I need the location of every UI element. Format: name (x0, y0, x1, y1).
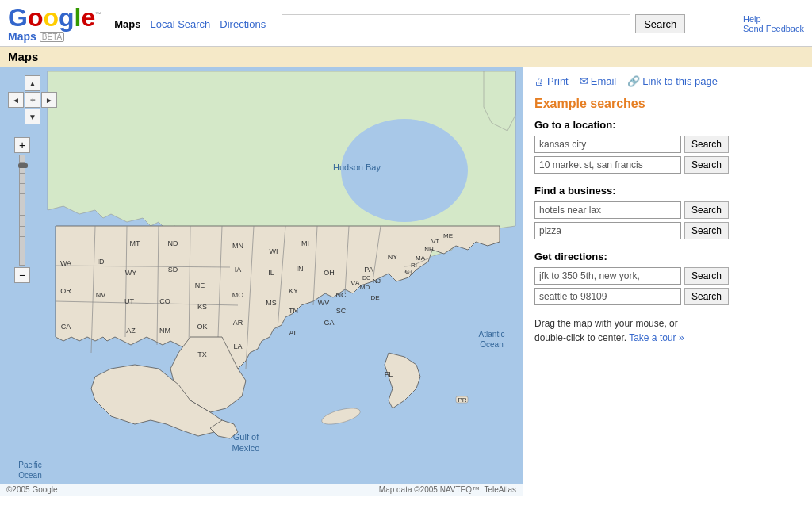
state-co: CO (159, 297, 170, 305)
directions-input-1[interactable] (534, 267, 681, 285)
map-area[interactable]: ▲ ◄ ✛ ► ▼ + (0, 67, 523, 496)
state-dc: DC (362, 275, 370, 281)
business-input-2[interactable] (534, 222, 681, 239)
goto-location-section: Go to a location: Search Search (534, 119, 801, 174)
gulf-label: Gulf of (233, 432, 259, 442)
search-input[interactable] (282, 14, 630, 33)
state-pa: PA (364, 266, 373, 274)
state-tx: TX (197, 350, 207, 358)
logo-g2: g (59, 3, 75, 32)
page-title-bar: Maps (0, 47, 812, 67)
state-ks: KS (197, 303, 207, 311)
nav-maps[interactable]: Maps (114, 18, 140, 30)
zoom-tick (20, 173, 25, 174)
directions-search-btn-1[interactable]: Search (684, 267, 729, 285)
state-me: ME (443, 232, 453, 239)
business-row-1: Search (534, 201, 801, 219)
zoom-out-button[interactable]: − (14, 267, 30, 283)
state-va: VA (350, 279, 359, 287)
map-svg[interactable]: Gulf of Mexico WA OR CA ID NV MT WY UT A… (0, 67, 523, 496)
state-tn: TN (289, 307, 298, 315)
state-ca: CA (61, 323, 71, 331)
business-search-btn-2[interactable]: Search (684, 222, 729, 239)
state-nh: NH (424, 246, 434, 253)
state-nv: NV (96, 291, 106, 299)
atlantic-label: Atlantic (479, 330, 505, 339)
map-center-button[interactable]: ✛ (25, 92, 40, 108)
logo-maps-text: Maps (8, 30, 36, 43)
drag-tip: Drag the map with your mouse, ordouble-c… (534, 316, 801, 345)
state-de: DE (370, 294, 379, 301)
svg-point-6 (428, 256, 441, 264)
zoom-tick (20, 183, 25, 184)
business-search-btn-1[interactable]: Search (684, 201, 729, 219)
state-ny: NY (388, 253, 398, 261)
atlantic-label2: Ocean (480, 340, 503, 349)
help-link[interactable]: Help (743, 14, 761, 24)
state-ut: UT (124, 297, 134, 305)
pacific-label2: Ocean (18, 471, 41, 480)
goto-input-1[interactable] (534, 136, 681, 153)
get-directions-title: Get directions: (534, 251, 801, 262)
zoom-tick (20, 247, 25, 247)
state-wy: WY (125, 269, 137, 277)
state-oh: OH (324, 269, 335, 277)
state-fl: FL (385, 370, 393, 378)
state-ky: KY (289, 287, 298, 295)
google-logo: Google™ (8, 5, 102, 30)
state-al: AL (289, 329, 297, 337)
map-down-button[interactable]: ▼ (25, 109, 40, 124)
link-to-page-link[interactable]: 🔗 Link to this page (627, 75, 718, 87)
find-business-section: Find a business: Search Search (534, 185, 801, 239)
business-input-1[interactable] (534, 201, 681, 219)
zoom-track[interactable] (19, 155, 25, 266)
zoom-tick (20, 193, 25, 194)
state-ne: NE (195, 281, 205, 289)
feedback-link[interactable]: Send Feedback (743, 24, 804, 33)
nav-local-search[interactable]: Local Search (150, 18, 210, 30)
state-in: IN (297, 265, 304, 273)
right-panel: 🖨 Print ✉ Email 🔗 Link to this page Exam… (523, 67, 812, 496)
state-wv: WV (318, 299, 330, 307)
zoom-handle[interactable] (18, 163, 28, 168)
nav-directions[interactable]: Directions (220, 18, 266, 30)
zoom-in-button[interactable]: + (14, 137, 30, 153)
zoom-tick (20, 205, 25, 205)
directions-row-2: Search (534, 288, 801, 305)
map-footer: ©2005 Google Map data ©2005 NAVTEQ™, Tel… (0, 484, 523, 496)
goto-search-btn-2[interactable]: Search (684, 156, 729, 174)
directions-search-btn-2[interactable]: Search (684, 288, 729, 305)
map-up-button[interactable]: ▲ (25, 75, 40, 91)
map-copyright: ©2005 Google (6, 485, 58, 494)
action-links: 🖨 Print ✉ Email 🔗 Link to this page (534, 75, 801, 87)
print-link[interactable]: 🖨 Print (534, 75, 569, 87)
map-down-row: ▼ (25, 109, 40, 124)
business-row-2: Search (534, 222, 801, 239)
state-ms: MS (266, 299, 277, 307)
search-button[interactable]: Search (635, 14, 685, 33)
email-link[interactable]: ✉ Email (580, 75, 617, 87)
take-tour-link[interactable]: Take a tour » (629, 332, 684, 343)
directions-input-2[interactable] (534, 288, 681, 305)
goto-location-title: Go to a location: (534, 119, 801, 131)
printer-icon: 🖨 (534, 75, 545, 87)
goto-row-2: Search (534, 156, 801, 174)
state-nd: ND (168, 239, 178, 247)
state-mo: MO (232, 291, 244, 299)
map-mid-row: ◄ ✛ ► (8, 92, 57, 108)
goto-input-2[interactable] (534, 156, 681, 174)
goto-row-1: Search (534, 136, 801, 153)
goto-search-btn-1[interactable]: Search (684, 136, 729, 153)
state-wi: WI (270, 247, 278, 255)
zoom-slider: + − (14, 137, 30, 283)
state-id: ID (98, 258, 105, 266)
state-or: OR (60, 287, 71, 295)
state-ia: IA (235, 266, 242, 274)
state-nm: NM (159, 327, 170, 335)
email-icon: ✉ (580, 75, 588, 87)
logo-tm: ™ (95, 11, 102, 18)
map-left-button[interactable]: ◄ (8, 92, 24, 108)
logo-beta: BETA (40, 32, 64, 42)
map-right-button[interactable]: ► (41, 92, 57, 108)
state-nc: NC (336, 291, 347, 299)
